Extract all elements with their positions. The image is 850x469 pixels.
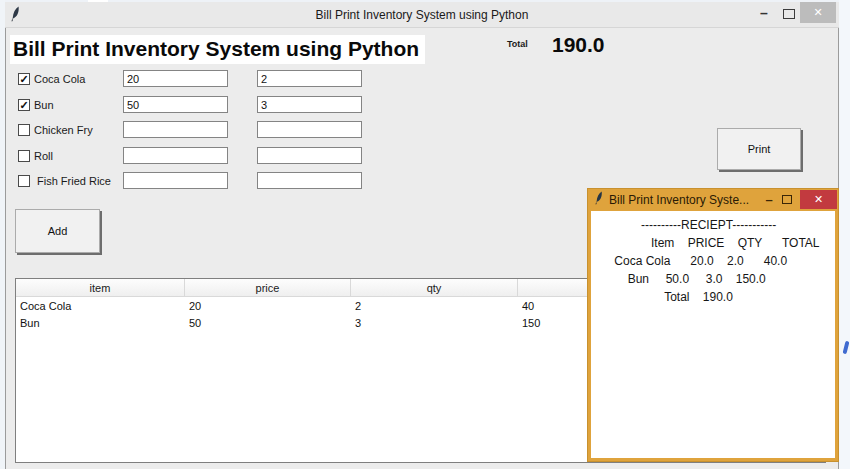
item-row-bun: ✓ Bun bbox=[0, 96, 620, 114]
bun-checkbox[interactable]: ✓ bbox=[18, 99, 30, 111]
close-icon: ✕ bbox=[814, 193, 823, 205]
item-label: Coca Cola bbox=[34, 73, 85, 85]
item-label: Chicken Fry bbox=[34, 124, 93, 136]
check-icon: ✓ bbox=[19, 73, 28, 85]
minimize-icon[interactable]: – bbox=[755, 4, 773, 24]
screen: Bill Print Inventory System using Python… bbox=[0, 0, 850, 469]
receipt-titlebar[interactable]: Bill Print Inventory Syste... – ✕ bbox=[588, 189, 838, 210]
item-row-roll: Roll bbox=[0, 147, 620, 165]
coca-cola-checkbox[interactable]: ✓ bbox=[18, 73, 30, 85]
cell-price: 50 bbox=[185, 317, 351, 329]
fish-fried-rice-price-input[interactable] bbox=[123, 172, 228, 189]
table-header-item[interactable]: item bbox=[16, 279, 185, 296]
roll-price-input[interactable] bbox=[123, 147, 228, 164]
fish-fried-rice-qty-input[interactable] bbox=[257, 172, 362, 189]
close-button[interactable]: ✕ bbox=[800, 2, 836, 23]
main-window-title: Bill Print Inventory System using Python bbox=[5, 8, 839, 22]
item-label: Roll bbox=[34, 150, 53, 162]
cell-price: 20 bbox=[185, 300, 351, 312]
table-header-qty[interactable]: qty bbox=[351, 279, 518, 296]
chicken-fry-checkbox[interactable] bbox=[18, 124, 30, 136]
tkinter-feather-icon bbox=[594, 191, 604, 209]
item-row-fish-fried-rice: Fish Fried Rice bbox=[0, 172, 620, 190]
table-header-price[interactable]: price bbox=[185, 279, 351, 296]
receipt-line: Coca Cola 20.0 2.0 40.0 bbox=[591, 252, 835, 270]
print-button[interactable]: Print bbox=[717, 128, 801, 170]
cell-qty: 2 bbox=[351, 300, 518, 312]
bun-price-input[interactable] bbox=[123, 96, 228, 113]
receipt-line: Total 190.0 bbox=[591, 288, 835, 306]
item-label: Fish Fried Rice bbox=[37, 175, 111, 187]
add-button[interactable]: Add bbox=[15, 209, 100, 253]
total-value: 190.0 bbox=[552, 33, 605, 57]
bun-qty-input[interactable] bbox=[257, 96, 362, 113]
coca-cola-price-input[interactable] bbox=[123, 70, 228, 87]
item-row-coca-cola: ✓ Coca Cola bbox=[0, 70, 620, 88]
item-row-chicken-fry: Chicken Fry bbox=[0, 121, 620, 139]
main-titlebar[interactable]: Bill Print Inventory System using Python… bbox=[5, 2, 839, 28]
roll-checkbox[interactable] bbox=[18, 150, 30, 162]
cell-qty: 3 bbox=[351, 317, 518, 329]
fish-fried-rice-checkbox[interactable] bbox=[18, 175, 30, 187]
receipt-line: Item PRICE QTY TOTAL bbox=[591, 234, 835, 252]
page-title: Bill Print Inventory System using Python bbox=[10, 35, 425, 64]
receipt-window: Bill Print Inventory Syste... – ✕ ------… bbox=[587, 188, 839, 462]
receipt-line: ----------RECIEPT----------- bbox=[591, 216, 835, 234]
item-label: Bun bbox=[34, 99, 54, 111]
minimize-icon[interactable]: – bbox=[762, 192, 776, 207]
coca-cola-qty-input[interactable] bbox=[257, 70, 362, 87]
check-icon: ✓ bbox=[19, 99, 28, 111]
chicken-fry-qty-input[interactable] bbox=[257, 121, 362, 138]
receipt-window-title: Bill Print Inventory Syste... bbox=[609, 193, 762, 207]
maximize-icon[interactable] bbox=[783, 9, 795, 19]
receipt-line: Bun 50.0 3.0 150.0 bbox=[591, 270, 835, 288]
cell-item: Coca Cola bbox=[16, 300, 185, 312]
close-button[interactable]: ✕ bbox=[800, 190, 837, 209]
close-icon: ✕ bbox=[813, 6, 822, 18]
cell-item: Bun bbox=[16, 317, 185, 329]
roll-qty-input[interactable] bbox=[257, 147, 362, 164]
receipt-body: ----------RECIEPT----------- Item PRICE … bbox=[591, 211, 835, 458]
desktop-edge-right bbox=[839, 0, 850, 469]
chicken-fry-price-input[interactable] bbox=[123, 121, 228, 138]
maximize-icon[interactable] bbox=[782, 195, 792, 204]
total-label: Total bbox=[507, 39, 528, 49]
